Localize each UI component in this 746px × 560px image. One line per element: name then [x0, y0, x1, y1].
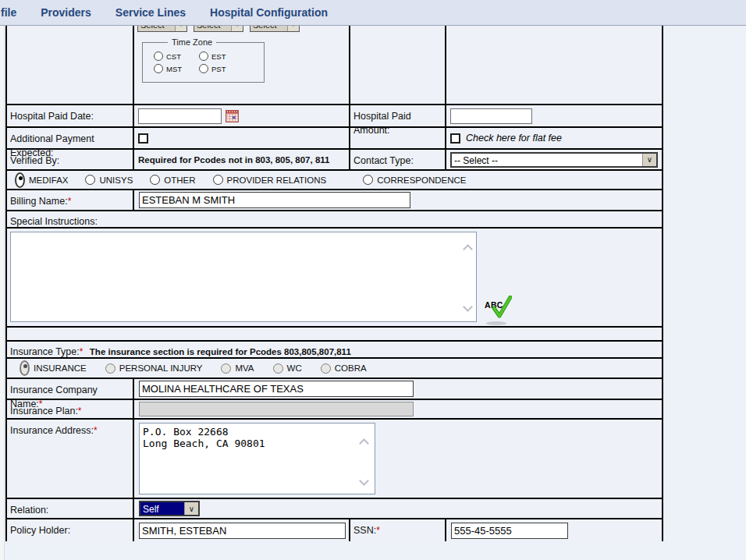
- radio-icon[interactable]: [221, 363, 231, 374]
- relation-label: Relation:: [10, 505, 48, 516]
- verified-by-label: Verified By:: [10, 155, 59, 166]
- empty-cell: [7, 26, 134, 104]
- radio-icon[interactable]: [85, 175, 95, 185]
- time-select-2-value: Select: [194, 26, 231, 31]
- radio-est[interactable]: EST: [199, 51, 244, 61]
- chevron-down-icon[interactable]: ▾: [175, 26, 186, 31]
- policy-holder-row: Policy Holder: SSN:*: [7, 519, 662, 541]
- contact-type-label: Contact Type:: [353, 155, 414, 166]
- radio-unisys[interactable]: UNISYS: [85, 175, 133, 185]
- ssn-input[interactable]: [451, 523, 568, 539]
- radio-icon[interactable]: [363, 175, 373, 185]
- relation-value: Self: [140, 502, 184, 515]
- insurance-radio-row: INSURANCE PERSONAL INJURY MVA WC COBRA: [7, 359, 662, 379]
- insurance-company-input[interactable]: [139, 381, 414, 397]
- contact-type-select[interactable]: -- Select --∨: [450, 152, 658, 168]
- radio-icon[interactable]: [154, 51, 163, 61]
- special-instructions-label-row: Special Instructions:: [7, 211, 662, 229]
- chevron-down-icon[interactable]: ▾: [231, 26, 243, 31]
- nav-item-file[interactable]: file: [1, 6, 16, 19]
- flat-fee-checkbox[interactable]: [450, 133, 460, 144]
- chevron-down-icon[interactable]: ▾: [287, 26, 299, 31]
- time-select-1-value: Select: [138, 26, 175, 31]
- hospital-configuration-form: Select▾ Select▾ Select▾ Time Zone CST ES…: [5, 26, 663, 541]
- icon-shadow: [486, 321, 506, 325]
- hospital-paid-date-input[interactable]: [138, 108, 222, 124]
- ssn-label: SSN:: [353, 525, 376, 536]
- hospital-paid-amount-input[interactable]: [450, 108, 532, 124]
- timezone-legend: Time Zone: [168, 37, 216, 47]
- radio-wc[interactable]: WC: [273, 363, 302, 374]
- abc-spellcheck-icon[interactable]: ABC: [485, 296, 513, 325]
- special-instructions-label: Special Instructions:: [10, 216, 98, 227]
- required-asterisk: *: [376, 525, 380, 536]
- insurance-address-row: Insurance Address:* P.O. Box 22668 Long …: [7, 420, 662, 499]
- radio-selected-icon[interactable]: [20, 360, 30, 376]
- radio-icon[interactable]: [154, 64, 163, 73]
- insurance-address-textarea[interactable]: P.O. Box 22668 Long Beach, CA 90801: [139, 423, 375, 494]
- required-asterisk: *: [68, 196, 72, 207]
- radio-mva[interactable]: MVA: [221, 363, 254, 374]
- verified-by-note: Required for Pcodes not in 803, 805, 807…: [138, 155, 329, 165]
- radio-icon[interactable]: [199, 64, 208, 73]
- radio-icon[interactable]: [213, 175, 223, 185]
- flat-fee-label: Check here for flat fee: [466, 133, 562, 144]
- hospital-paid-row: Hospital Paid Date: Hospital Paid Amount…: [7, 105, 662, 128]
- time-select-1[interactable]: Select▾: [137, 26, 187, 32]
- radio-other[interactable]: OTHER: [150, 175, 195, 185]
- timezone-row: Select▾ Select▾ Select▾ Time Zone CST ES…: [7, 26, 662, 105]
- additional-payment-checkbox[interactable]: [138, 133, 148, 144]
- calendar-icon[interactable]: [226, 110, 239, 122]
- relation-row: Relation: Self∨: [7, 499, 662, 519]
- radio-icon[interactable]: [105, 363, 115, 374]
- insurance-plan-input: [139, 402, 414, 416]
- radio-cobra[interactable]: COBRA: [321, 363, 367, 374]
- radio-icon[interactable]: [150, 175, 160, 185]
- radio-icon[interactable]: [321, 363, 331, 374]
- radio-personal-injury[interactable]: PERSONAL INJURY: [105, 363, 203, 374]
- nav-item-hospital-configuration[interactable]: Hospital Configuration: [210, 6, 328, 19]
- empty-cell: [446, 26, 662, 104]
- chevron-down-icon[interactable]: ∨: [184, 502, 198, 515]
- radio-icon[interactable]: [199, 51, 208, 61]
- insurance-type-row: Insurance Type:* The insurance section i…: [7, 342, 662, 359]
- policy-holder-input[interactable]: [139, 523, 346, 539]
- special-instructions-row: ABC: [7, 229, 662, 328]
- time-select-3[interactable]: Select▾: [250, 26, 300, 32]
- time-select-2[interactable]: Select▾: [194, 26, 243, 32]
- radio-selected-icon[interactable]: [15, 172, 25, 188]
- radio-medifax[interactable]: MEDIFAX: [15, 172, 68, 188]
- required-asterisk: *: [94, 425, 98, 436]
- insurance-plan-row: Insurance Plan:*: [7, 400, 662, 420]
- policy-holder-label: Policy Holder:: [10, 525, 70, 536]
- nav-item-providers[interactable]: Providers: [41, 6, 91, 19]
- radio-cst[interactable]: CST: [154, 51, 199, 61]
- top-nav-bar: file Providers Service Lines Hospital Co…: [0, 0, 746, 26]
- billing-name-row: Billing Name:*: [7, 190, 662, 211]
- required-asterisk: *: [80, 346, 83, 357]
- source-radio-row: MEDIFAX UNISYS OTHER PROVIDER RELATIONS …: [7, 171, 662, 190]
- spacer-row: [7, 328, 662, 342]
- radio-provider-relations[interactable]: PROVIDER RELATIONS: [213, 175, 327, 185]
- nav-item-service-lines[interactable]: Service Lines: [115, 6, 186, 19]
- time-select-3-value: Select: [250, 26, 287, 31]
- chevron-down-icon[interactable]: ∨: [642, 154, 656, 166]
- radio-pst[interactable]: PST: [199, 64, 244, 73]
- radio-icon[interactable]: [273, 363, 283, 374]
- radio-mst[interactable]: MST: [154, 64, 199, 73]
- special-instructions-textarea[interactable]: [10, 232, 477, 322]
- empty-cell: [350, 128, 446, 148]
- insurance-plan-label: Insurance Plan:: [10, 406, 78, 416]
- empty-cell: [350, 26, 446, 104]
- timezone-fieldset: Time Zone CST EST MST PST: [142, 37, 265, 83]
- insurance-company-row: Insurance Company Name:*: [7, 379, 662, 400]
- billing-name-input[interactable]: [139, 192, 410, 208]
- insurance-type-note: The insurance section is required for Pc…: [90, 347, 351, 356]
- verified-by-row: Verified By: Required for Pcodes not in …: [7, 150, 662, 171]
- insurance-type-label: Insurance Type:: [10, 346, 80, 357]
- radio-correspondence[interactable]: CORRESPONDENCE: [363, 175, 466, 185]
- hospital-paid-date-label: Hospital Paid Date:: [10, 111, 94, 122]
- relation-select[interactable]: Self∨: [139, 501, 200, 516]
- contact-type-value: -- Select --: [452, 154, 642, 166]
- radio-insurance[interactable]: INSURANCE: [20, 360, 87, 376]
